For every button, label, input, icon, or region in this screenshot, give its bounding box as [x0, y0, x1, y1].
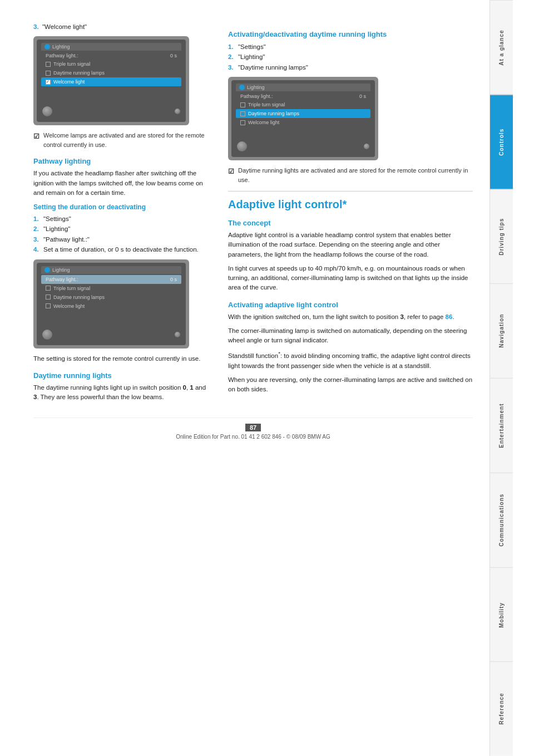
page-footer: 87 Online Edition for Part no. 01 41 2 6…: [33, 418, 473, 451]
screen-title-1: Lighting: [41, 43, 181, 51]
screen-knob-right-3: [174, 331, 181, 338]
right-column: Activating/deactivating daytime running …: [228, 22, 473, 406]
act-daytime-step-3: 3. "Daytime running lamps": [228, 62, 473, 72]
checkbox-daytime-3: [46, 294, 51, 300]
menu-item-triple-2: Triple turn signal: [236, 100, 370, 109]
screen-knob-1: [41, 105, 53, 117]
pathway-row-2: Pathway light.: 0 s: [236, 92, 370, 100]
setting-note: The setting is stored for the remote con…: [33, 354, 211, 364]
menu-item-welcome-1: Welcome light: [41, 77, 181, 86]
step3-label: 3. "Welcome light": [33, 22, 211, 32]
screen-title-3: Lighting: [41, 266, 181, 274]
menu-item-daytime-1: Daytime running lamps: [41, 68, 181, 77]
pathway-body: If you activate the headlamp flasher aft…: [33, 169, 211, 198]
daytime-body: The daytime running lights light up in s…: [33, 383, 211, 402]
sidebar-tab-navigation[interactable]: Navigation: [490, 283, 513, 378]
sidebar-tab-reference[interactable]: Reference: [490, 661, 513, 756]
activating-body-3: Standstill function*: to avoid blinding …: [228, 350, 473, 370]
sidebar-tab-communications[interactable]: Communications: [490, 473, 513, 567]
note-1: ☑ Welcome lamps are activated and are st…: [33, 131, 211, 149]
divider: [228, 191, 473, 192]
concept-body-2: In tight curves at speeds up to 40 mph/7…: [228, 264, 473, 293]
adaptive-main-title: Adaptive light control*: [228, 198, 473, 211]
activating-title: Activating adaptive light control: [228, 301, 473, 309]
pathway-row-1: Pathway light.: 0 s: [41, 52, 181, 60]
screen-knob-3: [41, 328, 53, 341]
menu-item-triple-1: Triple turn signal: [41, 60, 181, 68]
screen-image-1: Lighting Pathway light.: 0 s Triple turn…: [33, 36, 189, 125]
page-number: 87: [245, 424, 261, 431]
screen-icon-1: [44, 44, 50, 50]
pathway-title: Pathway lighting: [33, 157, 211, 165]
checkbox-welcome-2: [240, 120, 245, 125]
screen-image-3: Lighting Pathway light.: 0 s Triple turn…: [33, 259, 189, 348]
screen-inner-2: Lighting Pathway light.: 0 s Triple turn…: [231, 80, 375, 157]
daytime-title: Daytime running lights: [33, 371, 211, 380]
checkbox-welcome-1: [46, 80, 51, 85]
setting-step-3: 3. "Pathway light.:": [33, 234, 211, 244]
checkbox-daytime-1: [46, 71, 51, 76]
checkbox-triple-3: [46, 286, 51, 291]
main-content: 3. "Welcome light" Lighting Pathway ligh…: [0, 0, 490, 756]
activating-daytime-title: Activating/deactivating daytime running …: [228, 30, 473, 38]
concept-title: The concept: [228, 219, 473, 227]
setting-step-2: 2. "Lighting": [33, 224, 211, 234]
checkbox-triple-1: [46, 62, 51, 67]
act-daytime-step-2: 2. "Lighting": [228, 52, 473, 62]
sidebar-tab-entertainment[interactable]: Entertainment: [490, 378, 513, 473]
setting-step-4: 4. Set a time of duration, or 0 s to dea…: [33, 244, 211, 254]
menu-item-daytime-2: Daytime running lamps: [236, 109, 370, 118]
setting-title: Setting the duration or deactivating: [33, 203, 211, 211]
screen-icon-3: [44, 267, 50, 273]
setting-steps: 1. "Settings" 2. "Lighting" 3. "Pathway …: [33, 214, 211, 255]
menu-item-welcome-3: Welcome light: [41, 302, 181, 311]
sidebar-tab-mobility[interactable]: Mobility: [490, 567, 513, 662]
act-daytime-step-1: 1. "Settings": [228, 42, 473, 52]
activating-daytime-steps: 1. "Settings" 2. "Lighting" 3. "Daytime …: [228, 42, 473, 72]
page-container: 3. "Welcome light" Lighting Pathway ligh…: [0, 0, 534, 756]
menu-item-daytime-3: Daytime running lamps: [41, 293, 181, 302]
note-icon-1: ☑: [33, 131, 39, 141]
sidebar-tab-controls[interactable]: Controls: [490, 95, 513, 189]
activating-body-1: With the ignition switched on, turn the …: [228, 312, 473, 322]
checkbox-triple-2: [240, 102, 245, 107]
menu-item-triple-3: Triple turn signal: [41, 284, 181, 293]
screen-knob-right-1: [174, 107, 181, 115]
sidebar-tab-at-a-glance[interactable]: At a glance: [490, 0, 513, 95]
footer-text: Online Edition for Part no. 01 41 2 602 …: [33, 434, 473, 440]
right-sidebar: At a glance Controls Driving tips Naviga…: [490, 0, 513, 756]
screen-knob-right-2: [363, 143, 370, 150]
two-column-layout: 3. "Welcome light" Lighting Pathway ligh…: [33, 22, 473, 406]
concept-body-1: Adaptive light control is a variable hea…: [228, 230, 473, 259]
screen-image-2: Lighting Pathway light.: 0 s Triple turn…: [228, 77, 378, 160]
checkbox-daytime-2: [240, 111, 245, 116]
activating-body-4: When you are reversing, only the corner-…: [228, 375, 473, 395]
pathway-highlight: Pathway light.: 0 s: [41, 275, 181, 284]
setting-step-1: 1. "Settings": [33, 214, 211, 224]
sidebar-tab-driving-tips[interactable]: Driving tips: [490, 189, 513, 284]
note-2: ☑ Daytime running lights are activated a…: [228, 166, 473, 184]
left-column: 3. "Welcome light" Lighting Pathway ligh…: [33, 22, 211, 406]
screen-title-2: Lighting: [236, 84, 370, 91]
screen-inner-3: Lighting Pathway light.: 0 s Triple turn…: [37, 263, 186, 345]
menu-item-welcome-2: Welcome light: [236, 118, 370, 127]
activating-body-2: The corner-illuminating lamp is switched…: [228, 326, 473, 346]
screen-knob-2: [236, 140, 248, 153]
screen-icon-2: [239, 85, 245, 90]
checkbox-welcome-3: [46, 303, 51, 308]
note-icon-2: ☑: [228, 166, 234, 176]
screen-inner-1: Lighting Pathway light.: 0 s Triple turn…: [37, 40, 186, 122]
